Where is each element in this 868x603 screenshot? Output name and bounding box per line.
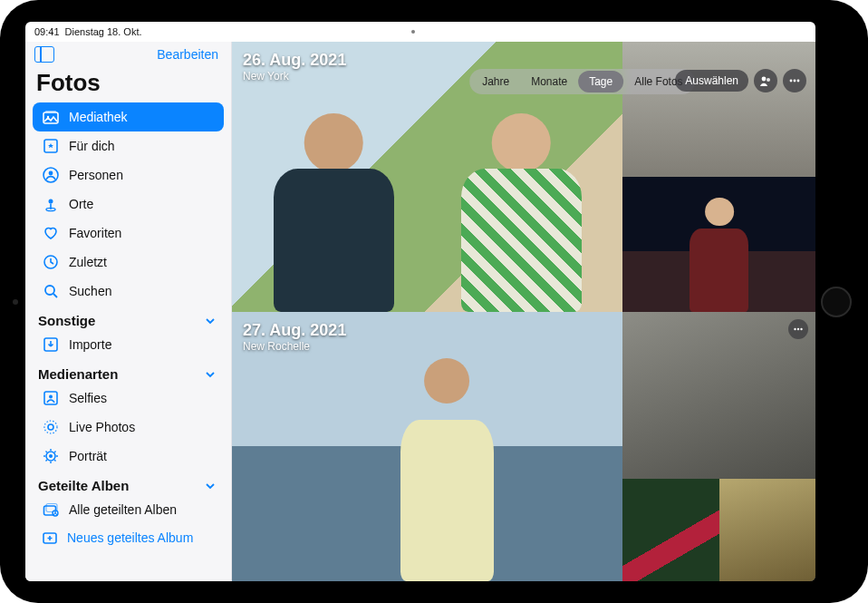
plus-icon: [42, 530, 58, 546]
photo-thumbnail: [622, 177, 815, 312]
sidebar-item-label: Porträt: [69, 449, 107, 463]
svg-point-23: [767, 78, 770, 82]
section-header-shared[interactable]: Geteilte Alben: [33, 471, 224, 495]
sidebar-toggle-icon[interactable]: [34, 46, 54, 63]
battery-percent: 100 %: [757, 26, 785, 37]
chevron-down-icon: [204, 315, 217, 327]
status-bar: 09:41 Dienstag 18. Okt. 100 %: [25, 22, 815, 42]
view-segmented-control[interactable]: Jahre Monate Tage Alle Fotos: [469, 69, 695, 94]
photo-tile[interactable]: [622, 177, 815, 312]
sidebar-item-label: Neues geteiltes Album: [67, 530, 193, 545]
battery-icon: [788, 27, 806, 36]
sidebar-item-label: Orte: [69, 197, 93, 211]
more-icon[interactable]: [783, 69, 806, 92]
day-date: 27. Aug. 2021: [243, 321, 346, 340]
svg-point-13: [48, 424, 53, 430]
photo-thumbnail: [622, 312, 815, 479]
chevron-down-icon: [204, 368, 217, 381]
sidebar-item-all-shared[interactable]: Alle geteilten Alben: [33, 495, 224, 524]
photo-tile[interactable]: [622, 312, 815, 479]
section-header-media[interactable]: Medienarten: [33, 359, 224, 384]
sidebar-item-label: Alle geteilten Alben: [69, 502, 177, 517]
svg-rect-1: [45, 111, 56, 112]
svg-point-26: [797, 80, 800, 83]
svg-point-5: [49, 171, 53, 176]
svg-rect-0: [43, 112, 58, 123]
day-location: New Rochelle: [243, 340, 346, 353]
photo-thumbnail: [622, 42, 815, 177]
day-location: New York: [243, 70, 346, 83]
ipad-device-frame: 09:41 Dienstag 18. Okt. 100 % Bearbeiten: [0, 0, 868, 603]
sidebar-item-favorites[interactable]: Favoriten: [33, 219, 224, 248]
sidebar-item-portrait[interactable]: Porträt: [33, 442, 224, 471]
photo-tile[interactable]: [622, 42, 815, 177]
library-icon: [42, 108, 60, 126]
wifi-icon: [741, 27, 753, 36]
sidebar-item-places[interactable]: Orte: [33, 190, 224, 219]
sidebar-item-label: Suchen: [69, 284, 111, 298]
section-header-other[interactable]: Sonstige: [33, 306, 224, 330]
status-date: Dienstag 18. Okt.: [65, 26, 142, 37]
seg-years[interactable]: Jahre: [471, 71, 520, 92]
day-date: 26. Aug. 2021: [243, 51, 346, 70]
share-people-icon[interactable]: [754, 69, 777, 92]
svg-point-12: [49, 395, 53, 399]
sidebar-item-label: Importe: [69, 337, 111, 352]
svg-point-29: [800, 327, 802, 329]
photo-tile[interactable]: 27. Aug. 2021 New Rochelle: [232, 312, 622, 582]
sidebar-item-imports[interactable]: Importe: [33, 330, 224, 359]
shared-albums-icon: [42, 501, 60, 519]
sidebar-item-label: Für dich: [69, 139, 115, 153]
sidebar-item-label: Live Photos: [69, 420, 135, 434]
svg-point-28: [797, 327, 799, 329]
svg-point-16: [49, 454, 53, 458]
portrait-icon: [42, 447, 60, 465]
section-title: Sonstige: [38, 313, 95, 328]
sidebar: Bearbeiten Fotos Mediathek Für dich: [25, 42, 232, 581]
sidebar-item-search[interactable]: Suchen: [33, 277, 224, 306]
svg-point-22: [762, 77, 767, 82]
day-header: 27. Aug. 2021 New Rochelle: [243, 321, 346, 353]
day-header: 26. Aug. 2021 New York: [243, 51, 346, 83]
photo-tile[interactable]: [622, 479, 719, 581]
heart-icon: [42, 224, 60, 242]
multitask-dots[interactable]: [411, 30, 429, 34]
sidebar-item-for-you[interactable]: Für dich: [33, 131, 224, 160]
home-button[interactable]: [821, 287, 852, 317]
seg-months[interactable]: Monate: [520, 71, 578, 92]
status-time: 09:41: [34, 26, 60, 37]
photo-tile[interactable]: [719, 479, 815, 581]
people-icon: [42, 166, 60, 184]
sidebar-item-livephotos[interactable]: Live Photos: [33, 413, 224, 442]
sidebar-item-selfies[interactable]: Selfies: [33, 384, 224, 413]
search-icon: [42, 282, 60, 300]
places-icon: [42, 195, 60, 213]
sidebar-item-label: Selfies: [69, 391, 107, 405]
seg-days[interactable]: Tage: [578, 71, 623, 92]
svg-point-27: [794, 327, 796, 329]
livephoto-icon: [42, 418, 60, 436]
edit-button[interactable]: Bearbeiten: [157, 47, 218, 62]
chevron-down-icon: [204, 480, 217, 492]
sidebar-item-label: Zuletzt: [69, 255, 107, 269]
photo-thumbnail: [719, 479, 815, 581]
import-icon: [42, 336, 60, 354]
svg-point-24: [790, 80, 793, 83]
photo-grid: Jahre Monate Tage Alle Fotos Auswählen: [232, 42, 815, 581]
screen: 09:41 Dienstag 18. Okt. 100 % Bearbeiten: [25, 22, 815, 581]
sidebar-item-recent[interactable]: Zuletzt: [33, 248, 224, 277]
sidebar-item-library[interactable]: Mediathek: [33, 102, 224, 131]
select-button[interactable]: Auswählen: [675, 70, 748, 92]
clock-icon: [42, 253, 60, 271]
section-title: Geteilte Alben: [38, 478, 129, 493]
tile-more-icon[interactable]: [788, 319, 808, 339]
for-you-icon: [42, 137, 60, 155]
front-camera: [13, 299, 18, 305]
selfie-icon: [42, 389, 60, 407]
svg-point-25: [794, 80, 796, 83]
svg-point-14: [44, 421, 57, 433]
sidebar-new-shared-album[interactable]: Neues geteiltes Album: [33, 524, 224, 551]
sidebar-item-label: Personen: [69, 168, 123, 182]
sidebar-item-label: Mediathek: [69, 110, 128, 124]
sidebar-item-people[interactable]: Personen: [33, 160, 224, 190]
